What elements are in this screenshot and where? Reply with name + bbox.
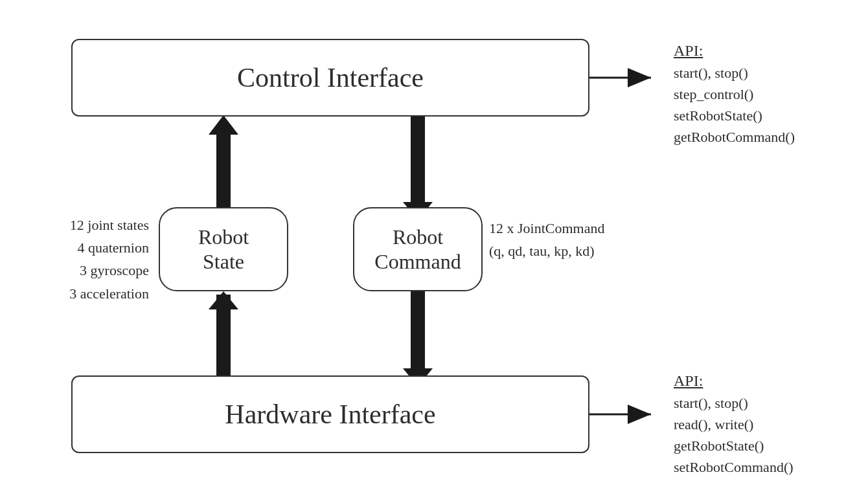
api-bottom-line2: read(), write() xyxy=(674,416,753,432)
hardware-interface-box: Hardware Interface xyxy=(71,375,589,453)
left-label-line4: 3 acceleration xyxy=(69,285,149,302)
hardware-interface-label: Hardware Interface xyxy=(225,399,435,430)
diagram-container: Control Interface Hardware Interface Rob… xyxy=(0,0,868,503)
robot-command-box: RobotCommand xyxy=(353,207,483,291)
api-bottom-line4: setRobotCommand() xyxy=(674,459,794,475)
left-label-line3: 3 gyroscope xyxy=(80,262,149,278)
control-interface-label: Control Interface xyxy=(237,62,424,93)
api-bottom-line3: getRobotState() xyxy=(674,438,764,454)
api-bottom-title: API: xyxy=(674,372,703,389)
api-top-line1: start(), stop() xyxy=(674,65,748,81)
robot-state-box: RobotState xyxy=(159,207,288,291)
api-top-title: API: xyxy=(674,42,703,59)
right-label-line1: 12 x JointCommand xyxy=(489,220,604,236)
api-top-line4: getRobotCommand() xyxy=(674,129,795,145)
left-label-line1: 12 joint states xyxy=(70,217,149,233)
control-interface-box: Control Interface xyxy=(71,39,589,117)
api-top-line3: setRobotState() xyxy=(674,107,762,124)
api-top-block: API: start(), stop() step_control() setR… xyxy=(674,39,795,148)
robot-state-label: RobotState xyxy=(198,225,249,274)
left-label-line2: 4 quaternion xyxy=(77,240,149,256)
right-label-line2: (q, qd, tau, kp, kd) xyxy=(489,243,595,259)
robot-command-label: RobotCommand xyxy=(374,225,461,274)
api-top-line2: step_control() xyxy=(674,86,753,102)
right-side-labels: 12 x JointCommand (q, qd, tau, kp, kd) xyxy=(489,217,619,262)
svg-marker-8 xyxy=(209,291,238,309)
svg-marker-6 xyxy=(209,115,238,135)
api-bottom-block: API: start(), stop() read(), write() get… xyxy=(674,369,794,478)
left-side-labels: 12 joint states 4 quaternion 3 gyroscope… xyxy=(45,214,149,305)
api-bottom-line1: start(), stop() xyxy=(674,395,748,411)
